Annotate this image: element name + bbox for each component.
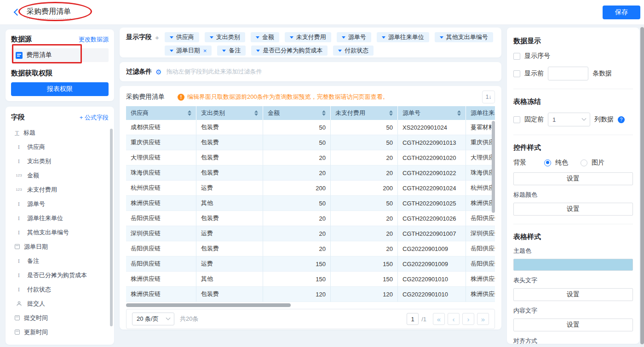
field-item[interactable]: 提交时间 [11,311,109,325]
column-header-label: 供应商 [131,109,149,117]
field-chip[interactable]: 其他支出单编号 [435,32,493,42]
table-vertical-scrollbar[interactable] [492,121,495,213]
column-header[interactable]: 源单号 [398,106,466,120]
datasource-panel: 数据源 更改数据源 费用清单 数据获取权限 报表权限 [6,29,114,101]
page-size-select[interactable]: 20 条/页 [132,313,174,325]
theme-color-swatch[interactable] [513,259,633,271]
prev-page-button[interactable]: ‹ [448,313,460,325]
field-chip[interactable]: 未支付费用 [285,32,331,42]
widget-style-title: 控件样式 [513,143,633,152]
table-cell: 50 [263,120,331,135]
filter-label: 过滤条件 [126,68,152,76]
field-chip[interactable]: 金额 [251,32,279,42]
table-cell: 20 [263,241,331,256]
show-front-checkbox[interactable] [513,70,520,77]
filter-panel: 过滤条件 ⚙ 拖动左侧字段到此处来添加过滤条件 [120,62,501,81]
total-count-label: 共20条 [180,315,198,323]
column-header[interactable]: 源单往来单位 [466,106,495,120]
fix-front-checkbox[interactable] [513,116,520,123]
content-text-set-button[interactable]: 设置 [513,319,633,331]
table-style-title: 表格样式 [513,233,633,241]
field-item[interactable]: 更新时间 [11,325,109,339]
back-icon[interactable] [14,10,19,15]
field-item[interactable]: I付款状态 [11,282,109,296]
table-cell: CGTH20220901024 [398,181,466,196]
sort-order-icon[interactable]: 1↓ [482,91,495,103]
table-cell: 包装费 [196,120,263,135]
report-permission-button[interactable]: 报表权限 [11,82,109,96]
column-header[interactable]: 支出类别 [196,106,263,120]
column-header[interactable]: 供应商 [126,106,196,120]
solid-color-radio[interactable] [544,159,551,166]
show-front-count-input[interactable] [548,67,588,80]
change-datasource-link[interactable]: 更改数据源 [79,35,109,44]
field-chip[interactable]: 源单号 [337,32,371,42]
field-item[interactable]: 提交人 [11,296,109,311]
column-header[interactable]: 未支付费用 [331,106,398,120]
field-item[interactable]: I其他支出单编号 [11,225,109,239]
show-index-checkbox[interactable] [513,53,520,60]
gear-icon[interactable]: ⚙ [155,68,161,75]
next-page-button[interactable]: › [462,313,474,325]
table-cell: 杭州供应链 [126,181,196,196]
field-chip[interactable]: 付款状态 [333,46,374,56]
table-body: 成都供应链包装费5050XS20220901024蔓霍材料重庆供应链包装费505… [126,120,495,302]
image-label: 图片 [592,159,604,167]
title-color-set-button[interactable]: 设置 [513,203,633,216]
field-item[interactable]: 源单日期 [11,239,109,254]
field-item[interactable]: T标题 [11,125,109,140]
field-item[interactable]: I支出类别 [11,154,109,168]
page-input[interactable]: 1 [407,313,419,325]
datasource-item[interactable]: 费用清单 [11,48,109,62]
field-chip[interactable]: 是否已分摊为购货成本 [251,46,328,56]
field-chip[interactable]: 支出类别 [205,32,245,42]
column-header[interactable]: 金额 [263,106,331,120]
close-icon[interactable]: × [203,47,207,54]
sort-icon[interactable] [454,110,461,116]
first-page-button[interactable]: « [433,313,445,325]
add-formula-field-link[interactable]: + 公式字段 [80,114,109,122]
field-item[interactable]: I源单号 [11,197,109,211]
fix-front-unit-label: 列数据 [594,115,614,124]
field-chip[interactable]: 源单往来单位 [377,32,429,42]
filter-drop-placeholder[interactable]: 拖动左侧字段到此处来添加过滤条件 [166,68,262,76]
field-chip-label: 备注 [229,46,241,55]
table-cell: 深圳供应链 [126,226,196,241]
table-cell: CGTH20220901025 [398,196,466,211]
field-item[interactable]: I备注 [11,254,109,268]
sort-icon[interactable] [386,110,393,116]
field-chip-label: 金额 [262,33,274,41]
field-item[interactable]: I源单往来单位 [11,211,109,225]
field-chip[interactable]: 供应商 [165,32,199,42]
sort-icon[interactable] [185,110,191,116]
text-icon: I [15,200,23,208]
table-cell: 20 [331,165,398,181]
header-text-set-button[interactable]: 设置 [513,288,633,301]
image-radio[interactable] [581,159,587,166]
field-item[interactable]: I供应商 [11,140,109,154]
table-cell: CGTH20220901013 [398,135,466,150]
save-button[interactable]: 保存 [603,6,640,19]
sort-icon[interactable] [252,110,258,116]
add-display-field-button[interactable]: + [155,34,159,41]
field-chip[interactable]: 源单日期× [165,46,212,56]
last-page-button[interactable]: » [477,313,489,325]
caret-down-icon [342,36,345,39]
table-horizontal-scrollbar[interactable] [126,303,291,307]
field-chip-label: 供应商 [176,33,194,41]
field-item[interactable]: I是否已分摊为购货成本 [11,268,109,282]
text-icon: I [15,158,23,165]
page-title[interactable]: 采购费用清单 [27,7,71,19]
table-cell: 岳阳供应链 [126,241,196,256]
sort-icon[interactable] [319,110,326,116]
fields-scrollbar[interactable] [110,129,113,326]
fix-columns-select[interactable]: 1 [548,113,590,126]
background-set-button[interactable]: 设置 [513,172,633,185]
help-icon[interactable]: ? [618,116,625,123]
page-scrollbar[interactable] [640,27,644,344]
field-item[interactable]: 123未支付费用 [11,182,109,197]
field-item[interactable]: 123金额 [11,168,109,182]
field-chip[interactable]: 备注 [217,46,246,56]
page-scroll-track [640,25,644,347]
table-cell: 大理供应链 [126,150,196,165]
